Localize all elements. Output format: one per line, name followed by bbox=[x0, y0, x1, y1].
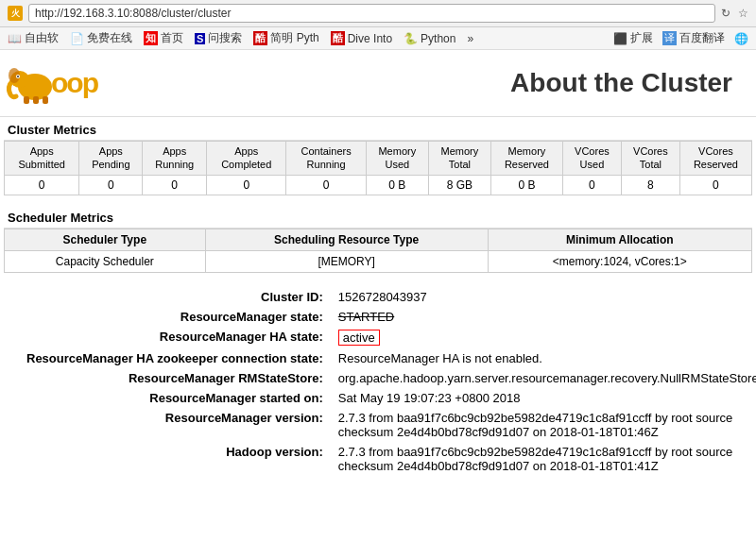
rm-ha-zk-label: ResourceManager HA zookeeper connection … bbox=[19, 348, 331, 368]
refresh-icon[interactable]: ↻ bbox=[721, 7, 730, 20]
main-content: oop About the Cluster Cluster Metrics Ap… bbox=[0, 50, 756, 476]
bookmark-item[interactable]: 酷 Dive Into bbox=[331, 31, 392, 45]
col-scheduling-resource: Scheduling Resource Type bbox=[205, 229, 488, 250]
rm-ha-state-label: ResourceManager HA state: bbox=[19, 327, 331, 348]
val-memory-used: 0 B bbox=[366, 175, 428, 195]
rm-state-label: ResourceManager state: bbox=[19, 307, 331, 327]
cluster-metrics-table: AppsSubmitted AppsPending AppsRunning Ap… bbox=[4, 141, 752, 195]
page-header: oop About the Cluster bbox=[0, 50, 756, 117]
col-vcores-total: VCoresTotal bbox=[621, 142, 679, 176]
extensions-button[interactable]: ⬛ 扩展 bbox=[613, 30, 653, 46]
url-bar[interactable] bbox=[28, 4, 715, 23]
col-apps-completed: AppsCompleted bbox=[207, 142, 286, 176]
bookmark-item[interactable]: 🐍 Python bbox=[404, 32, 455, 45]
col-vcores-used: VCoresUsed bbox=[562, 142, 621, 176]
scheduler-table: Scheduler Type Scheduling Resource Type … bbox=[4, 229, 752, 273]
val-vcores-total: 8 bbox=[621, 175, 679, 195]
hadoop-version-value: 2.7.3 from baa91f7c6bc9cb92be5982de4719c… bbox=[331, 442, 756, 476]
svg-rect-5 bbox=[24, 96, 29, 104]
info-row-rm-ha-state: ResourceManager HA state: active bbox=[19, 327, 756, 348]
bookmarks-bar: 📖 自由软 📄 免费在线 知 首页 S 问搜索 酷 简明 Pyth 酷 Dive… bbox=[0, 27, 756, 50]
bookmark-more[interactable]: » bbox=[467, 32, 473, 45]
val-apps-pending: 0 bbox=[79, 175, 143, 195]
col-scheduler-type: Scheduler Type bbox=[5, 229, 206, 250]
cluster-metrics-title: Cluster Metrics bbox=[4, 117, 752, 141]
hadoop-logo: oop bbox=[14, 59, 90, 107]
col-memory-reserved: MemoryReserved bbox=[490, 142, 562, 176]
val-min-allocation: <memory:1024, vCores:1> bbox=[488, 250, 751, 272]
col-apps-running: AppsRunning bbox=[143, 142, 207, 176]
rm-started-label: ResourceManager started on: bbox=[19, 388, 331, 408]
val-apps-submitted: 0 bbox=[5, 175, 79, 195]
col-apps-submitted: AppsSubmitted bbox=[5, 142, 79, 176]
cluster-id-value: 1526728043937 bbox=[331, 287, 756, 307]
web-button[interactable]: 🌐 bbox=[734, 30, 748, 46]
info-row-rm-ha-zk: ResourceManager HA zookeeper connection … bbox=[19, 348, 756, 368]
scheduler-metrics-title: Scheduler Metrics bbox=[4, 205, 752, 229]
val-vcores-used: 0 bbox=[562, 175, 621, 195]
rm-version-label: ResourceManager version: bbox=[19, 408, 331, 442]
star-icon[interactable]: ☆ bbox=[738, 7, 748, 20]
cluster-id-label: Cluster ID: bbox=[19, 287, 331, 307]
cluster-info-section: Cluster ID: 1526728043937 ResourceManage… bbox=[0, 287, 756, 476]
col-memory-used: MemoryUsed bbox=[366, 142, 428, 176]
cluster-metrics-section: Cluster Metrics AppsSubmitted AppsPendin… bbox=[0, 117, 756, 195]
bookmark-item[interactable]: 酷 简明 Pyth bbox=[253, 30, 318, 46]
rm-started-value: Sat May 19 19:07:23 +0800 2018 bbox=[331, 388, 756, 408]
val-memory-total: 8 GB bbox=[428, 175, 490, 195]
col-min-allocation: Minimum Allocation bbox=[488, 229, 751, 250]
col-memory-total: MemoryTotal bbox=[428, 142, 490, 176]
val-apps-running: 0 bbox=[143, 175, 207, 195]
rm-rmstate-value: org.apache.hadoop.yarn.server.resourcema… bbox=[331, 368, 756, 388]
val-memory-reserved: 0 B bbox=[490, 175, 562, 195]
val-containers-running: 0 bbox=[286, 175, 366, 195]
val-vcores-reserved: 0 bbox=[679, 175, 751, 195]
bookmark-item[interactable]: 知 首页 bbox=[144, 30, 183, 46]
info-row-rm-started: ResourceManager started on: Sat May 19 1… bbox=[19, 388, 756, 408]
bookmark-item[interactable]: S 问搜索 bbox=[195, 30, 242, 46]
rm-ha-state-value: active bbox=[331, 327, 756, 348]
cluster-info-table: Cluster ID: 1526728043937 ResourceManage… bbox=[19, 287, 756, 476]
scheduler-metrics-section: Scheduler Metrics Scheduler Type Schedul… bbox=[0, 205, 756, 273]
hadoop-text: oop bbox=[51, 67, 97, 99]
svg-point-4 bbox=[17, 76, 19, 77]
page-title: About the Cluster bbox=[90, 68, 742, 98]
svg-rect-7 bbox=[43, 96, 48, 104]
val-scheduling-resource: [MEMORY] bbox=[205, 250, 488, 272]
rm-state-value: STARTED bbox=[331, 307, 756, 327]
svg-rect-6 bbox=[33, 96, 39, 104]
rm-rmstate-label: ResourceManager RMStateStore: bbox=[19, 368, 331, 388]
info-row-cluster-id: Cluster ID: 1526728043937 bbox=[19, 287, 756, 307]
val-scheduler-type: Capacity Scheduler bbox=[5, 250, 206, 272]
bookmark-item[interactable]: 📄 免费在线 bbox=[70, 30, 132, 46]
info-row-hadoop-version: Hadoop version: 2.7.3 from baa91f7c6bc9c… bbox=[19, 442, 756, 476]
info-row-rm-state: ResourceManager state: STARTED bbox=[19, 307, 756, 327]
browser-controls: ↻ ☆ bbox=[721, 7, 748, 20]
favicon-icon: 火 bbox=[8, 6, 23, 21]
translate-button[interactable]: 译 百度翻译 bbox=[662, 30, 725, 46]
col-apps-pending: AppsPending bbox=[79, 142, 143, 176]
info-row-rm-rmstate: ResourceManager RMStateStore: org.apache… bbox=[19, 368, 756, 388]
rm-version-value: 2.7.3 from baa91f7c6bc9cb92be5982de4719c… bbox=[331, 408, 756, 442]
info-row-rm-version: ResourceManager version: 2.7.3 from baa9… bbox=[19, 408, 756, 442]
hadoop-version-label: Hadoop version: bbox=[19, 442, 331, 476]
browser-bar: 火 ↻ ☆ bbox=[0, 0, 756, 27]
bookmark-item[interactable]: 📖 自由软 bbox=[8, 30, 59, 46]
col-containers-running: ContainersRunning bbox=[286, 142, 366, 176]
col-vcores-reserved: VCoresReserved bbox=[679, 142, 751, 176]
rm-ha-zk-value: ResourceManager HA is not enabled. bbox=[331, 348, 756, 368]
val-apps-completed: 0 bbox=[207, 175, 286, 195]
